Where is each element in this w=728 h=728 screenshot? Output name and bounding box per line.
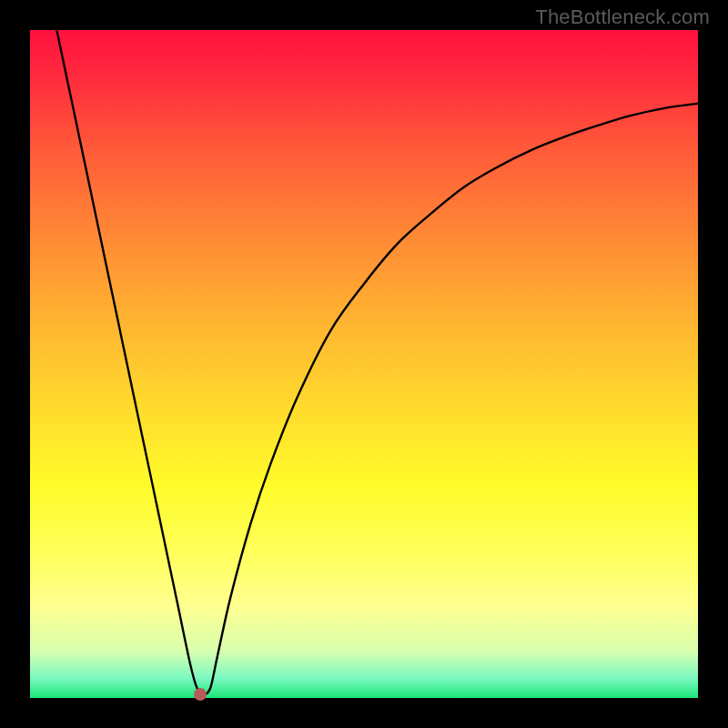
optimal-point-marker [194,688,207,701]
bottleneck-curve [56,30,698,694]
curve-svg [30,30,698,698]
chart-frame: TheBottleneck.com [0,0,728,728]
watermark-text: TheBottleneck.com [535,5,710,29]
plot-area [30,30,698,698]
